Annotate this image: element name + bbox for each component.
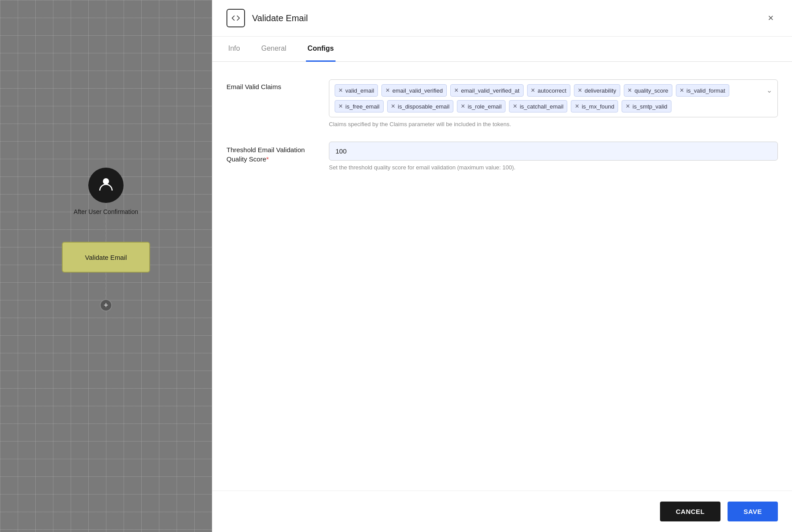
tag-remove-email-valid-verified[interactable] [385,86,389,94]
save-button[interactable]: SAVE [728,502,778,521]
panel-header: Validate Email × [212,0,792,37]
tag-is-mx-found[interactable]: is_mx_found [571,100,618,112]
tag-autocorrect[interactable]: autocorrect [527,84,570,97]
validate-email-node[interactable]: Validate Email [62,242,150,273]
tag-quality-score[interactable]: quality_score [624,84,672,97]
connector-line-top [106,215,106,242]
tab-general[interactable]: General [260,37,288,62]
code-icon-button[interactable] [226,9,245,27]
email-valid-claims-row: Email Valid Claims valid_email email_val… [226,79,778,127]
tag-remove-autocorrect[interactable] [531,86,535,94]
tag-remove-is-valid-format[interactable] [680,86,684,94]
tab-info[interactable]: Info [226,37,242,62]
tag-remove-quality-score[interactable] [628,86,632,94]
tag-remove-deliverability[interactable] [578,86,582,94]
tag-remove-is-mx-found[interactable] [575,102,579,110]
threshold-hint: Set the threshold quality score for emai… [329,164,778,171]
panel-title: Validate Email [252,13,757,23]
tag-is-role-email[interactable]: is_role_email [457,100,505,112]
config-panel: Validate Email × Info General Configs Em… [212,0,792,532]
threshold-input[interactable] [329,142,778,161]
threshold-label: Threshold Email Validation Quality Score… [226,142,315,171]
tag-is-smtp-valid[interactable]: is_smtp_valid [622,100,671,112]
tag-remove-is-catchall-email[interactable] [513,102,517,110]
tag-is-free-email[interactable]: is_free_email [335,100,384,112]
tabs-row: Info General Configs [212,37,792,62]
email-valid-claims-field: valid_email email_valid_verified email_v… [329,79,778,127]
tag-remove-is-disposable-email[interactable] [391,102,395,110]
svg-point-0 [103,178,109,184]
workflow-canvas: After User Confirmation Validate Email + [0,0,212,532]
tag-is-valid-format[interactable]: is_valid_format [676,84,729,97]
add-node-button[interactable]: + [100,299,112,311]
tags-dropdown-arrow[interactable]: ⌄ [766,86,772,94]
threshold-field: Set the threshold quality score for emai… [329,142,778,171]
cancel-button[interactable]: CANCEL [660,502,721,521]
tags-container[interactable]: valid_email email_valid_verified email_v… [329,79,778,117]
close-button[interactable]: × [764,11,778,25]
tag-email-valid-verified[interactable]: email_valid_verified [381,84,447,97]
tag-remove-valid-email[interactable] [339,86,343,94]
user-node [88,168,124,203]
tag-is-disposable-email[interactable]: is_disposable_email [387,100,453,112]
tag-email-valid-verified-at[interactable]: email_valid_verified_at [450,84,524,97]
tag-is-catchall-email[interactable]: is_catchall_email [509,100,567,112]
user-icon [98,176,114,195]
tag-remove-is-smtp-valid[interactable] [626,102,630,110]
tab-configs[interactable]: Configs [306,37,336,62]
email-valid-claims-label: Email Valid Claims [226,79,315,127]
tag-remove-email-valid-verified-at[interactable] [454,86,458,94]
panel-content: Email Valid Claims valid_email email_val… [212,62,792,491]
validate-node-label: Validate Email [85,254,127,261]
panel-footer: CANCEL SAVE [212,491,792,532]
tag-deliverability[interactable]: deliverability [574,84,620,97]
tag-remove-is-role-email[interactable] [461,102,465,110]
required-asterisk: * [266,155,269,163]
threshold-row: Threshold Email Validation Quality Score… [226,142,778,171]
user-node-label: After User Confirmation [74,208,138,215]
email-valid-claims-hint: Claims specified by the Claims parameter… [329,121,778,127]
tag-remove-is-free-email[interactable] [339,102,343,110]
tag-valid-email[interactable]: valid_email [335,84,378,97]
connector-line-bottom [106,273,106,299]
